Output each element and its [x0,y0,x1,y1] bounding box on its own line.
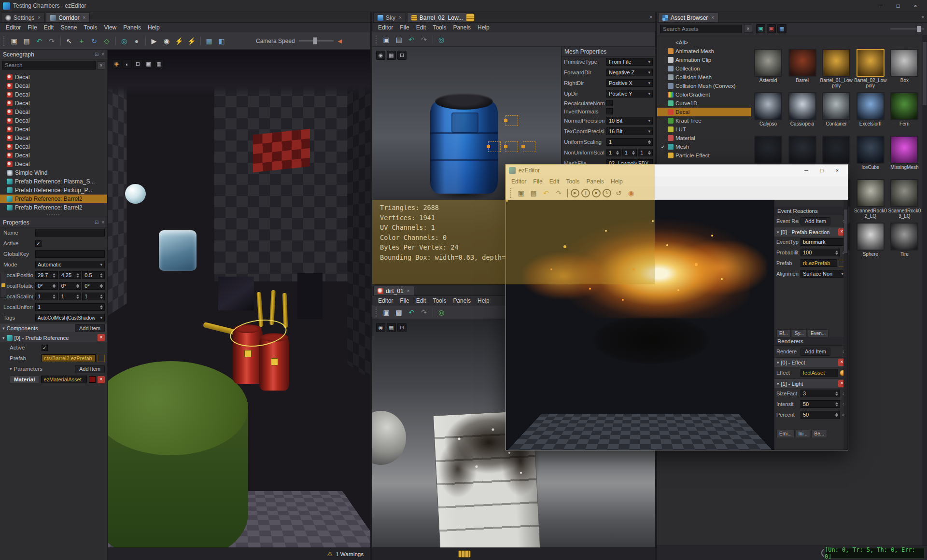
scenegraph-item[interactable]: Decal [0,134,107,142]
asset-thumbnail[interactable]: Barrel_02_Lowpoly [854,49,887,89]
percentage-input[interactable]: 50 [801,411,840,419]
menu-item[interactable]: File [24,24,40,31]
asset-thumbnail[interactable]: Box [888,49,921,89]
undo-icon[interactable]: ↶ [406,307,417,318]
rotate-gizmo-icon[interactable]: ↻ [88,35,100,47]
scene-viewport[interactable]: ◉◐⊡▣▦ ⚠ 1 Warnings [108,50,370,560]
caret-icon[interactable]: ▾ [2,336,5,340]
spinner-arrows[interactable] [75,284,80,288]
caret-icon[interactable]: ▾ [777,360,779,365]
tab-close-icon[interactable]: × [407,288,410,294]
spinner-arrows[interactable] [52,294,56,299]
scale-gizmo-icon[interactable]: ◇ [101,35,112,47]
menu-item[interactable]: Panels [449,297,474,305]
spinner-arrows[interactable] [647,151,651,155]
remove-component-button[interactable]: × [98,334,105,341]
clear-search-icon[interactable]: × [744,25,752,33]
frame-icon[interactable]: ⊡ [397,323,407,332]
asset-type-item[interactable]: Collection [657,64,751,73]
panel-close-icon[interactable]: × [101,52,104,57]
scrollbar-thumb[interactable] [844,210,847,253]
property-tab[interactable]: Even... [808,329,829,337]
globalkey-input[interactable] [35,250,105,258]
spinner-arrows[interactable] [834,251,839,255]
scenegraph-item[interactable]: Decal [0,142,107,151]
primitive-type-select[interactable]: From File [606,58,653,66]
invert-normals-checkbox[interactable] [606,108,613,114]
scaling-input[interactable]: 1 [82,293,105,300]
minimize-button[interactable]: ─ [872,0,889,12]
edit-handle-gizmo[interactable] [523,141,535,152]
rotation-input[interactable]: 0° [59,282,82,290]
grid-icon[interactable]: ▦ [387,51,396,60]
scaling-input[interactable]: 1 [59,293,82,300]
asset-thumbnail[interactable]: Container [820,92,853,132]
asset-thumbnail[interactable]: Asteroid [752,49,785,89]
asset-thumbnail[interactable]: Cassiopeia [786,92,819,132]
material-asset-field[interactable]: ezMaterialAsset [41,376,87,383]
asset-thumbnail[interactable]: Tire [888,223,921,263]
spinner-arrows[interactable] [616,151,620,155]
asset-type-item[interactable]: Decal [657,108,751,116]
probability-input[interactable]: 100 [801,249,840,256]
asset-thumbnail[interactable]: Barrel_01_Lowpoly [820,49,853,89]
thumbnail-zoom-slider[interactable] [890,28,924,29]
toolbar-grip[interactable] [376,35,379,44]
panel-splitter[interactable]: •••••• [0,212,107,217]
undo-icon[interactable]: ↶ [33,35,45,47]
spinner-arrows[interactable] [631,151,635,155]
scenegraph-item[interactable]: Prefab Reference: Barrel2 [0,203,107,212]
name-input[interactable] [35,229,105,237]
property-tab[interactable]: Be... [811,430,827,437]
scenegraph-item[interactable]: Decal [0,82,107,90]
scenegraph-item[interactable]: Prefab Reference: Plasma_S... [0,177,107,186]
bolt-alt-icon[interactable]: ⚡ [186,35,197,47]
select-tool-icon[interactable]: ↖ [63,35,75,47]
world-icon[interactable]: ◎ [435,307,447,318]
normal-precision-select[interactable]: 10 Bit [606,117,653,125]
scrollbar[interactable] [922,35,927,546]
scaling-input[interactable]: 1 [35,293,58,300]
spinner-arrows[interactable] [834,402,839,406]
asset-type-item[interactable]: Animation Clip [657,56,751,64]
dock-icon[interactable]: ⊡ [95,52,98,57]
menu-item[interactable]: Tools [429,24,449,31]
slider-handle[interactable] [313,37,317,44]
toolbar-grip[interactable] [376,308,379,317]
frame-icon[interactable]: ⊡ [397,51,407,60]
add-item-button[interactable]: Add Item [801,217,830,225]
spinner-arrows[interactable] [52,273,56,278]
tab-close-icon[interactable]: × [38,15,41,20]
maximize-button[interactable]: □ [889,0,907,12]
save-icon[interactable]: ▣ [380,307,392,318]
tab-close-icon[interactable]: × [399,15,402,20]
toolbar-grip[interactable] [3,36,6,46]
property-tab[interactable]: Sy... [792,329,807,337]
spinner-arrows[interactable] [99,305,103,309]
failed-assets-icon[interactable]: ▣ [767,24,776,33]
spinner-arrows[interactable] [99,284,103,288]
tab-close-icon[interactable]: × [83,15,86,20]
menu-item[interactable]: Edit [413,24,430,31]
non-uniform-scale-input[interactable]: 1 [622,149,637,156]
scenegraph-item[interactable]: Decal [0,151,107,160]
document-tab[interactable]: Corridor × [46,13,90,22]
camera-icon[interactable]: ◉ [112,59,121,69]
property-tab[interactable]: Ini... [796,430,811,437]
asset-thumbnail[interactable]: Calypso [752,92,785,132]
clear-search-icon[interactable]: × [97,61,105,70]
save-icon[interactable]: ▣ [8,35,20,47]
menu-item[interactable]: Editor [375,297,396,305]
add-item-button[interactable]: Add Item [801,348,830,356]
spinner-arrows[interactable] [75,294,80,299]
asset-thumbnail[interactable]: Barrel [786,49,819,89]
up-dir-select[interactable]: Positive Y [606,90,653,98]
scrollbar[interactable] [843,200,848,450]
scenegraph-item[interactable]: Decal [0,73,107,82]
dock-handle-icon[interactable] [458,550,471,558]
play-icon[interactable]: ▶ [148,35,160,47]
maximize-button[interactable]: □ [814,165,829,176]
asset-type-item[interactable]: Particle Effect [657,151,751,160]
texcoord-precision-select[interactable]: 16 Bit [606,127,653,135]
asset-thumbnail[interactable]: ExcelsiorII [854,92,887,132]
